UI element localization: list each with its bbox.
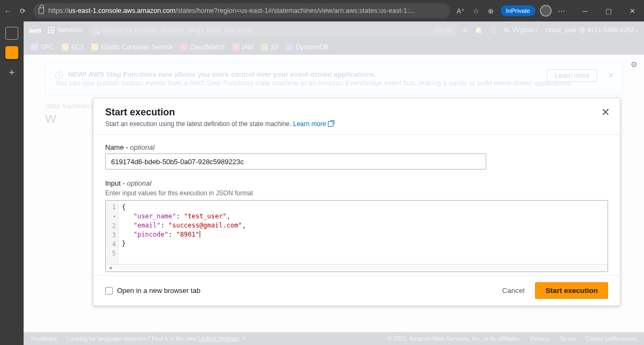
read-aloud-icon[interactable]: A⁺	[453, 7, 469, 15]
back-button[interactable]: ←	[0, 7, 15, 15]
region-selector[interactable]: N. Virginia	[504, 26, 538, 34]
sidebar-tab-aws[interactable]	[5, 46, 18, 59]
footer-unified-settings-link[interactable]: Unified Settings	[198, 335, 239, 342]
favorite-s3[interactable]: S3	[261, 43, 279, 51]
account-menu[interactable]: cloud_user @ 4171-5488-4263	[545, 26, 639, 34]
inprivate-badge: InPrivate	[501, 5, 536, 16]
footer-cookies[interactable]: Cookie preferences	[586, 335, 636, 342]
footer-feedback[interactable]: Feedback	[31, 335, 57, 342]
input-hint: Enter input values for this execution in…	[105, 189, 608, 197]
favorite-cloudwatch[interactable]: CloudWatch	[180, 43, 225, 51]
sidebar-add-tab[interactable]: ＋	[7, 65, 17, 78]
favorite-ec2[interactable]: EC2	[62, 43, 84, 51]
external-link-icon	[328, 121, 333, 127]
footer-terms[interactable]: Terms	[560, 335, 576, 342]
search-shortcut: [Alt+S]	[434, 26, 453, 34]
favorite-vpc[interactable]: VPC	[31, 43, 54, 51]
editor-gutter: 1 ▾2345	[106, 201, 119, 264]
collections-icon[interactable]: ⊕	[484, 7, 499, 15]
favorite-icon[interactable]: ☆	[469, 7, 484, 15]
cancel-button[interactable]: Cancel	[499, 283, 528, 298]
window-minimize[interactable]: ─	[573, 0, 597, 21]
services-menu[interactable]: Services	[48, 26, 82, 34]
grid-icon	[48, 27, 54, 33]
flash-close-icon[interactable]: ✕	[608, 70, 614, 80]
url: https://us-east-1.console.aws.amazon.com…	[48, 7, 415, 14]
learn-more-link[interactable]: Learn more	[293, 120, 333, 128]
lock-icon	[39, 8, 44, 14]
flash-body: You can now publish custom events from a…	[55, 79, 573, 87]
json-editor[interactable]: 1 ▾2345 { "user_name": "test_user", "ema…	[105, 200, 608, 272]
window-close[interactable]: ✕	[620, 0, 644, 21]
favorite-ecs[interactable]: Elastic Container Service	[91, 43, 173, 51]
modal-title: Start execution	[105, 107, 608, 118]
footer-lang: Looking for language selection? Find it …	[67, 335, 246, 342]
window-maximize[interactable]: ▢	[597, 0, 620, 21]
modal-close-button[interactable]: ✕	[601, 106, 610, 119]
address-bar[interactable]: https://us-east-1.console.aws.amazon.com…	[33, 3, 450, 18]
more-menu-icon[interactable]: ⋯	[554, 7, 569, 15]
info-icon: i	[55, 71, 63, 79]
info-flash: i NEW! AWS Step Functions now allows you…	[45, 62, 623, 95]
aws-logo[interactable]: aws	[29, 26, 41, 34]
flash-learn-more-button[interactable]: Learn more	[547, 69, 597, 82]
favorite-iam[interactable]: IAM	[232, 43, 253, 51]
favorites-bar: VPC EC2 Elastic Container Service CloudW…	[24, 39, 644, 55]
edge-sidebar: ＋	[0, 21, 24, 345]
execution-name-input[interactable]	[105, 153, 486, 170]
search-icon	[93, 27, 98, 33]
start-execution-button[interactable]: Start execution	[535, 282, 608, 299]
start-execution-modal: Start execution Start an execution using…	[93, 98, 620, 306]
console-footer: Feedback Looking for language selection?…	[24, 332, 644, 345]
modal-subtitle: Start an execution using the latest defi…	[105, 120, 608, 128]
open-new-tab-label: Open in a new browser tab	[117, 287, 200, 295]
editor-content[interactable]: { "user_name": "test_user", "email": "su…	[119, 201, 608, 264]
cloudshell-icon[interactable]: ⎚	[463, 26, 467, 34]
editor-scroll-hint[interactable]: ◂	[106, 264, 608, 271]
open-new-tab-checkbox[interactable]	[105, 287, 113, 295]
footer-copyright: © 2022, Amazon Web Services, Inc. or its…	[387, 335, 521, 342]
input-label: Input - optional	[105, 179, 608, 187]
favorite-dynamodb[interactable]: DynamoDB	[286, 43, 328, 51]
sidebar-tab-empty[interactable]	[5, 27, 18, 40]
profile-avatar[interactable]	[540, 5, 552, 17]
refresh-button[interactable]: ⟳	[15, 7, 30, 15]
browser-titlebar: ← ⟳ https://us-east-1.console.aws.amazon…	[0, 0, 644, 21]
help-icon[interactable]: ⓘ	[490, 26, 496, 35]
aws-global-header: aws Services Search for services, featur…	[24, 21, 644, 39]
search-placeholder: Search for services, features, blogs, do…	[103, 26, 251, 34]
footer-privacy[interactable]: Privacy	[531, 335, 550, 342]
preferences-gear-icon[interactable]: ⚙	[631, 60, 638, 69]
flash-headline: NEW! AWS Step Functions now allows you m…	[68, 70, 376, 78]
notifications-icon[interactable]: 🔔	[474, 26, 482, 34]
global-search[interactable]: Search for services, features, blogs, do…	[89, 24, 457, 36]
name-label: Name - optional	[105, 143, 608, 151]
